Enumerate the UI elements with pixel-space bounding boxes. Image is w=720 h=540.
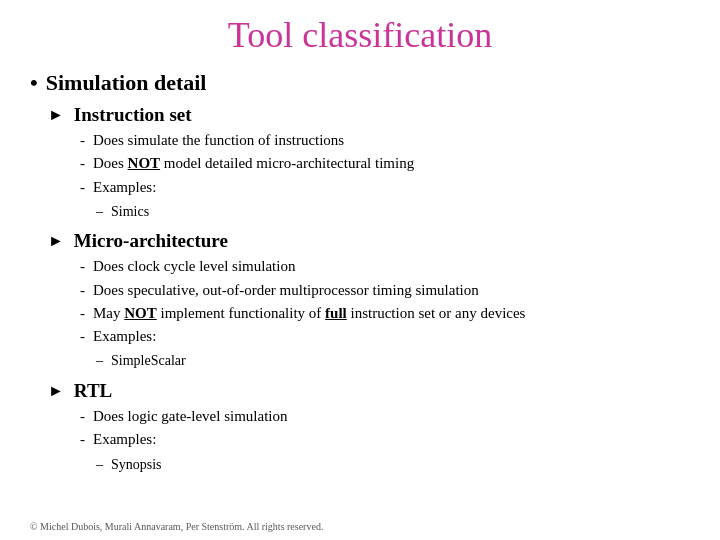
- list-item: Examples:: [80, 325, 690, 348]
- section-rtl-header: ► RTL: [48, 380, 690, 402]
- example-text: Simics: [111, 201, 149, 223]
- micro-architecture-examples: SimpleScalar: [96, 350, 690, 372]
- micro-architecture-items: Does clock cycle level simulation Does s…: [80, 255, 690, 348]
- section-micro-architecture: ► Micro-architecture Does clock cycle le…: [48, 230, 690, 372]
- rtl-examples: Synopsis: [96, 454, 690, 476]
- list-item: Examples:: [80, 176, 690, 199]
- item-text: Does logic gate-level simulation: [93, 405, 288, 428]
- list-item: Simics: [96, 201, 690, 223]
- arrow-icon: ►: [48, 106, 64, 124]
- list-item: Does simulate the function of instructio…: [80, 129, 690, 152]
- item-text: Examples:: [93, 325, 156, 348]
- example-text: SimpleScalar: [111, 350, 186, 372]
- slide-page: Tool classification • Simulation detail …: [0, 0, 720, 540]
- list-item: Examples:: [80, 428, 690, 451]
- example-text: Synopsis: [111, 454, 162, 476]
- arrow-icon: ►: [48, 382, 64, 400]
- highlight-not: NOT: [124, 305, 157, 321]
- item-text: Does speculative, out-of-order multiproc…: [93, 279, 479, 302]
- instruction-set-examples: Simics: [96, 201, 690, 223]
- slide-title: Tool classification: [30, 14, 690, 56]
- rtl-items: Does logic gate-level simulation Example…: [80, 405, 690, 452]
- highlight-not: NOT: [128, 155, 161, 171]
- item-text: Examples:: [93, 428, 156, 451]
- list-item: SimpleScalar: [96, 350, 690, 372]
- instruction-set-items: Does simulate the function of instructio…: [80, 129, 690, 199]
- bullet-symbol: •: [30, 70, 38, 96]
- section-instruction-set: ► Instruction set Does simulate the func…: [48, 104, 690, 222]
- highlight-full: full: [325, 305, 347, 321]
- section-instruction-set-label: Instruction set: [74, 104, 192, 126]
- item-text: Does NOT model detailed micro-architectu…: [93, 152, 414, 175]
- section-micro-architecture-label: Micro-architecture: [74, 230, 228, 252]
- item-text: May NOT implement functionality of full …: [93, 302, 525, 325]
- list-item: Does clock cycle level simulation: [80, 255, 690, 278]
- item-text: Does clock cycle level simulation: [93, 255, 295, 278]
- arrow-icon: ►: [48, 232, 64, 250]
- list-item: Does NOT model detailed micro-architectu…: [80, 152, 690, 175]
- list-item: Does logic gate-level simulation: [80, 405, 690, 428]
- section-micro-architecture-header: ► Micro-architecture: [48, 230, 690, 252]
- item-text: Does simulate the function of instructio…: [93, 129, 344, 152]
- main-bullet: • Simulation detail: [30, 70, 690, 96]
- list-item: Does speculative, out-of-order multiproc…: [80, 279, 690, 302]
- list-item: May NOT implement functionality of full …: [80, 302, 690, 325]
- section-rtl: ► RTL Does logic gate-level simulation E…: [48, 380, 690, 475]
- item-text: Examples:: [93, 176, 156, 199]
- main-bullet-label: Simulation detail: [46, 70, 207, 96]
- section-rtl-label: RTL: [74, 380, 112, 402]
- list-item: Synopsis: [96, 454, 690, 476]
- section-instruction-set-header: ► Instruction set: [48, 104, 690, 126]
- footer-text: © Michel Dubois, Murali Annavaram, Per S…: [30, 521, 323, 532]
